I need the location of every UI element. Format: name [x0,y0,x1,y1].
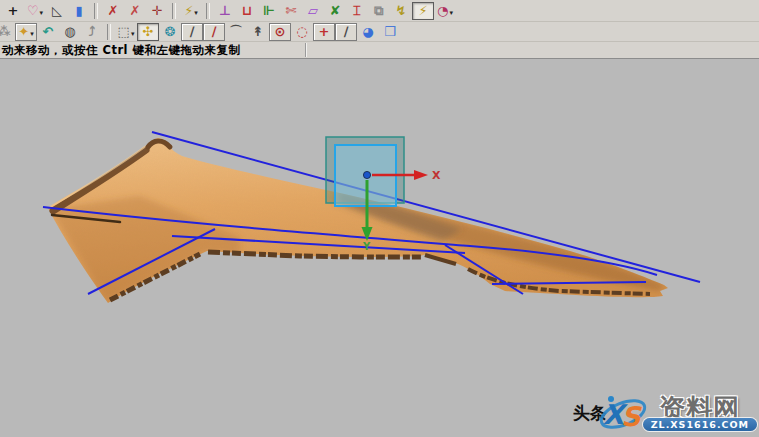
spray-fill-icon: ▮ [75,4,82,17]
orbit-balls-button[interactable]: ❂ [159,23,181,41]
circle-fit-points-button[interactable]: ◌ [291,23,313,41]
optimize-tool-icon: ◔ [437,4,448,17]
orbit-globe-icon: ◍ [64,25,75,38]
deviation-check-button[interactable]: ✘ [324,2,346,20]
red-tool-icon: ✄ [286,4,297,17]
toolbar-separator [206,3,210,19]
origin-point[interactable] [363,171,370,178]
sketch-plane-icon: ▱ [308,4,318,17]
lightning-stand-button[interactable]: ↯ [390,2,412,20]
y-axis-label: Y [362,241,371,252]
cube-view-button[interactable]: ❒ [379,23,401,41]
line-fit-points-button[interactable]: ∕ [203,23,225,41]
statusbar-divider [305,43,306,57]
line-2point-icon: ∕ [190,25,195,38]
perpendicular-icon: ⊥ [219,4,231,17]
cad-application-window: { "prompt": { "text": "动来移动，或按住 Ctrl 键和左… [0,0,759,437]
freeform-curve-icon: ♡ [27,4,39,17]
add-point-icon: + [8,4,19,17]
add-point-button[interactable]: + [2,2,24,20]
magic-wand-button[interactable]: ⚡▾ [180,2,202,20]
point-marker-button[interactable]: + [313,23,335,41]
spray-fill-button[interactable]: ▮ [68,2,90,20]
shaded-view-button[interactable]: ◕ [357,23,379,41]
clamp-u-button[interactable]: ⊔ [236,2,258,20]
magic-fit-icon: ⚡ [418,4,427,17]
dropdown-caret-icon[interactable]: ▾ [30,30,34,40]
trim-cross-button[interactable]: ✛ [146,2,168,20]
toolbar-separator [107,24,111,40]
dropdown-caret-icon[interactable]: ▾ [40,9,44,19]
main-toolbar: +♡▾◺▮✗✗✛⚡▾⊥⊔⊩✄▱✘⌶⧉↯⚡◔▾ [0,0,759,22]
magic-fit-button[interactable]: ⚡ [412,2,434,20]
circle-fit-points-icon: ◌ [296,25,307,38]
view-toolbar: ⁂✦▾↶◍⤴⬚▾✣❂∕∕⌒↟⊙◌+∕◕❒ [0,22,759,42]
perpendicular-button[interactable]: ⊥ [214,2,236,20]
cut-curve-alt-icon: ✗ [130,4,141,17]
select-rectangle-button[interactable]: ⬚▾ [115,23,137,41]
clamp-u-icon: ⊔ [242,4,252,17]
cut-curve-icon: ✗ [108,4,119,17]
snap-target-button[interactable]: ✦▾ [15,23,37,41]
line-point-icon: ∕ [344,25,349,38]
bracket-measure-icon: ⌶ [353,4,361,17]
bracket-measure-button[interactable]: ⌶ [346,2,368,20]
move-star-icon: ✣ [143,25,154,38]
lightning-stand-icon: ↯ [396,4,407,17]
magic-wand-icon: ⚡ [184,4,193,17]
viewport-3d[interactable]: X Y 头条 X S 资料网 ZL.XS1616.COM [0,59,759,437]
line-2point-button[interactable]: ∕ [181,23,203,41]
insert-normal-icon: ⊩ [263,4,275,17]
undo-rotate-icon: ↶ [43,25,54,38]
freeform-curve-button[interactable]: ♡▾ [24,2,46,20]
prompt-bar: 动来移动，或按住 Ctrl 键和左键拖动来复制 [0,42,759,59]
undo-rotate-button[interactable]: ↶ [37,23,59,41]
orbit-balls-icon: ❂ [165,25,176,38]
select-rectangle-icon: ⬚ [118,25,130,38]
deviation-check-icon: ✘ [330,4,341,17]
arc-curve-icon: ⌒ [230,25,243,38]
dropdown-caret-icon[interactable]: ▾ [131,30,135,40]
circle-center-button[interactable]: ⊙ [269,23,291,41]
viewport-canvas[interactable]: X Y [0,59,759,437]
datum-plane-icon: ◺ [52,4,62,17]
line-point-button[interactable]: ∕ [335,23,357,41]
pan-grab-icon: ⁂ [0,25,11,38]
circle-center-icon: ⊙ [275,25,286,38]
rotate-up-button[interactable]: ⤴ [81,23,103,41]
prompt-text: 动来移动，或按住 Ctrl 键和左键拖动来复制 [0,43,241,58]
x-axis-label: X [432,169,441,182]
cut-curve-alt-button[interactable]: ✗ [124,2,146,20]
line-fit-points-icon: ∕ [212,25,217,38]
plumb-line-icon: ↟ [253,25,264,38]
align-objects-icon: ⧉ [374,4,383,17]
plumb-line-button[interactable]: ↟ [247,23,269,41]
align-objects-button[interactable]: ⧉ [368,2,390,20]
shaded-view-icon: ◕ [362,25,373,38]
dropdown-caret-icon[interactable]: ▾ [449,9,453,19]
sketch-plane-button[interactable]: ▱ [302,2,324,20]
optimize-tool-button[interactable]: ◔▾ [434,2,456,20]
toolbar-separator [94,3,98,19]
dropdown-caret-icon[interactable]: ▾ [194,9,198,19]
arc-curve-button[interactable]: ⌒ [225,23,247,41]
toolbar-separator [172,3,176,19]
pan-grab-button[interactable]: ⁂ [0,23,15,41]
cube-view-icon: ❒ [384,25,396,38]
insert-normal-button[interactable]: ⊩ [258,2,280,20]
orbit-globe-button[interactable]: ◍ [59,23,81,41]
red-tool-button[interactable]: ✄ [280,2,302,20]
trim-cross-icon: ✛ [152,4,163,17]
snap-target-icon: ✦ [18,25,29,38]
datum-plane-button[interactable]: ◺ [46,2,68,20]
cut-curve-button[interactable]: ✗ [102,2,124,20]
rotate-up-icon: ⤴ [89,25,96,38]
point-marker-icon: + [319,25,330,38]
move-star-button[interactable]: ✣ [137,23,159,41]
